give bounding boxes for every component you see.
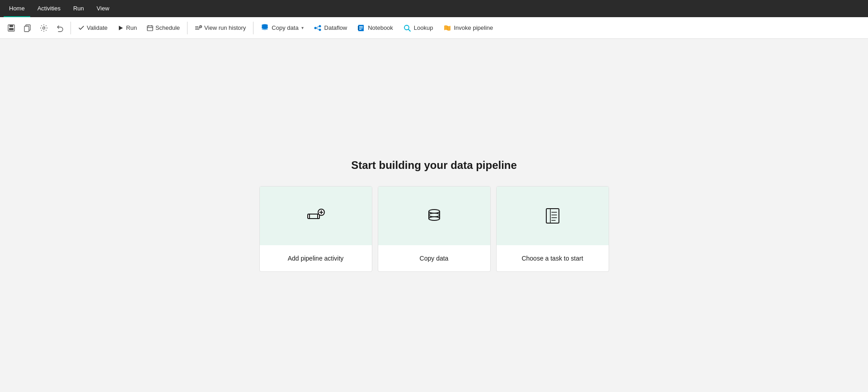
copy-data-card-icon — [424, 206, 444, 226]
save-button[interactable] — [4, 20, 19, 36]
copy-data-card-icon-area — [378, 187, 490, 245]
choose-task-card[interactable]: Choose a task to start — [496, 186, 609, 272]
add-pipeline-activity-card[interactable]: Add pipeline activity — [259, 186, 372, 272]
schedule-label: Schedule — [155, 24, 180, 31]
invoke-pipeline-label: Invoke pipeline — [454, 24, 493, 31]
svg-rect-7 — [147, 26, 153, 31]
notebook-label: Notebook — [368, 24, 393, 31]
copy-button[interactable] — [20, 20, 35, 36]
pipeline-add-icon — [306, 206, 326, 226]
settings-button[interactable] — [36, 20, 52, 36]
tab-view[interactable]: View — [91, 0, 115, 17]
copy-data-chevron: ▾ — [301, 25, 304, 30]
svg-marker-6 — [119, 26, 123, 30]
run-button[interactable]: Run — [113, 22, 141, 34]
svg-point-23 — [319, 28, 321, 31]
pipeline-title: Start building your data pipeline — [351, 159, 517, 172]
undo-button[interactable] — [52, 20, 68, 36]
svg-rect-29 — [359, 29, 361, 30]
svg-point-20 — [262, 28, 268, 30]
validate-button[interactable]: Validate — [74, 22, 112, 34]
toolbar-divider-3 — [253, 22, 253, 34]
svg-point-45 — [429, 213, 440, 217]
tab-run[interactable]: Run — [68, 0, 89, 17]
notebook-button[interactable]: Notebook — [352, 22, 398, 34]
svg-rect-2 — [9, 28, 14, 30]
view-run-history-label: View run history — [204, 24, 246, 31]
copy-data-card[interactable]: Copy data — [378, 186, 491, 272]
cards-container: Add pipeline activity Copy data — [259, 186, 609, 272]
choose-task-icon — [543, 206, 563, 226]
lookup-button[interactable]: Lookup — [399, 22, 438, 34]
svg-point-5 — [43, 27, 45, 29]
svg-point-44 — [429, 217, 440, 220]
toolbar: Validate Run Schedule View run history — [0, 17, 868, 39]
svg-rect-27 — [359, 26, 363, 27]
toolbar-divider-2 — [187, 22, 188, 34]
main-canvas: Start building your data pipeline Add pi… — [0, 39, 868, 392]
add-pipeline-activity-icon-area — [260, 187, 372, 245]
copy-data-button[interactable]: Copy data ▾ — [256, 22, 308, 34]
svg-point-22 — [319, 25, 321, 27]
choose-task-icon-area — [497, 187, 609, 245]
run-label: Run — [126, 24, 137, 31]
validate-label: Validate — [87, 24, 108, 31]
svg-rect-30 — [358, 26, 359, 30]
add-pipeline-activity-label: Add pipeline activity — [282, 245, 349, 271]
copy-data-card-label: Copy data — [414, 245, 454, 271]
tab-home[interactable]: Home — [4, 0, 30, 17]
schedule-button[interactable]: Schedule — [142, 22, 184, 34]
lookup-label: Lookup — [414, 24, 433, 31]
svg-rect-46 — [546, 209, 559, 223]
copy-data-label: Copy data — [272, 24, 298, 31]
invoke-pipeline-button[interactable]: Invoke pipeline — [439, 22, 498, 34]
svg-point-40 — [429, 210, 440, 213]
svg-line-25 — [316, 28, 319, 29]
tab-activities[interactable]: Activities — [32, 0, 66, 17]
dataflow-button[interactable]: Dataflow — [309, 22, 352, 34]
svg-point-21 — [314, 27, 316, 29]
svg-rect-1 — [9, 25, 13, 27]
svg-line-24 — [316, 26, 319, 27]
menu-bar: Home Activities Run View — [0, 0, 868, 17]
dataflow-label: Dataflow — [324, 24, 347, 31]
svg-rect-4 — [24, 26, 29, 32]
svg-line-32 — [408, 29, 410, 31]
svg-rect-35 — [308, 214, 310, 219]
toolbar-divider-1 — [70, 22, 71, 34]
view-run-history-button[interactable]: View run history — [190, 22, 250, 34]
choose-task-label: Choose a task to start — [516, 245, 588, 271]
svg-rect-28 — [359, 28, 363, 28]
